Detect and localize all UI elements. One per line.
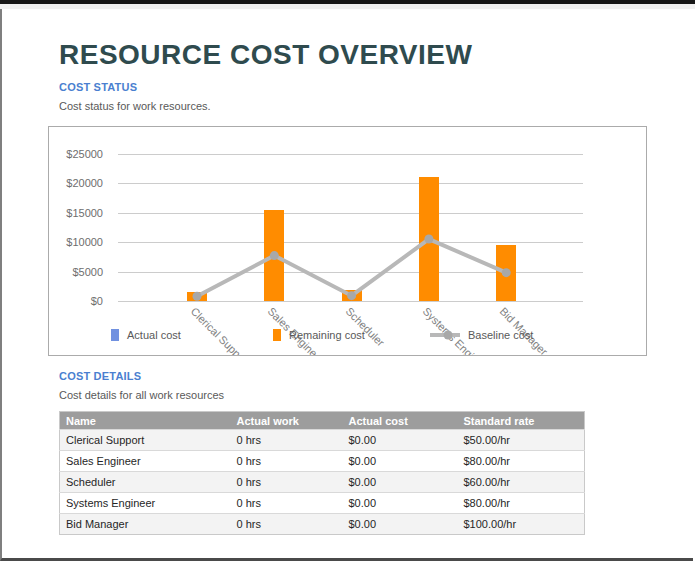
table-row: Systems Engineer0 hrs$0.00$80.00/hr <box>60 493 585 514</box>
column-header-actual-work: Actual work <box>231 412 343 430</box>
table-cell: 0 hrs <box>231 514 343 535</box>
table-cell: 0 hrs <box>231 493 343 514</box>
report-page: RESOURCE COST OVERVIEW COST STATUS Cost … <box>0 9 693 561</box>
gridline <box>118 154 583 155</box>
gridline <box>118 213 583 214</box>
table-row: Scheduler0 hrs$0.00$60.00/hr <box>60 472 585 493</box>
cost-status-chart: $0$5000$10000$15000$20000$25000 Clerical… <box>48 126 647 356</box>
table-cell: Clerical Support <box>60 430 231 451</box>
legend-label: Remaining cost <box>289 329 365 341</box>
table-cell: Scheduler <box>60 472 231 493</box>
y-tick-label: $0 <box>55 295 103 307</box>
cost-status-heading: COST STATUS <box>59 81 137 93</box>
y-tick-label: $10000 <box>55 236 103 248</box>
table-cell: $80.00/hr <box>458 493 585 514</box>
gridline <box>118 183 583 184</box>
bar-remaining-cost <box>264 210 284 301</box>
cost-status-description: Cost status for work resources. <box>59 100 211 112</box>
table-cell: $0.00 <box>343 430 458 451</box>
y-tick-label: $15000 <box>55 207 103 219</box>
bar-remaining-cost <box>419 177 439 301</box>
table-cell: $50.00/hr <box>458 430 585 451</box>
gridline <box>118 242 583 243</box>
table-header-row: NameActual workActual costStandard rate <box>60 412 585 430</box>
table-cell: 0 hrs <box>231 451 343 472</box>
column-header-name: Name <box>60 412 231 430</box>
table-cell: $0.00 <box>343 451 458 472</box>
legend-color-swatch <box>111 329 119 341</box>
legend-color-swatch <box>273 329 281 341</box>
table-row: Bid Manager0 hrs$0.00$100.00/hr <box>60 514 585 535</box>
baseline-cost-line <box>49 127 646 355</box>
table-cell: $0.00 <box>343 514 458 535</box>
column-header-actual-cost: Actual cost <box>343 412 458 430</box>
y-tick-label: $20000 <box>55 177 103 189</box>
table-cell: Sales Engineer <box>60 451 231 472</box>
table-cell: Systems Engineer <box>60 493 231 514</box>
cost-details-heading: COST DETAILS <box>59 370 141 382</box>
legend-line-swatch <box>430 329 460 341</box>
table-cell: $80.00/hr <box>458 451 585 472</box>
cost-details-table: NameActual workActual costStandard rate … <box>59 411 585 535</box>
legend-item-baseline-cost: Baseline cost <box>430 329 533 341</box>
gridline <box>118 301 583 302</box>
y-tick-label: $5000 <box>55 266 103 278</box>
legend-item-actual-cost: Actual cost <box>111 329 181 341</box>
table-cell: 0 hrs <box>231 430 343 451</box>
legend-label: Actual cost <box>127 329 181 341</box>
table-row: Sales Engineer0 hrs$0.00$80.00/hr <box>60 451 585 472</box>
page-title: RESOURCE COST OVERVIEW <box>59 39 472 71</box>
table-row: Clerical Support0 hrs$0.00$50.00/hr <box>60 430 585 451</box>
table-cell: $0.00 <box>343 493 458 514</box>
legend-item-remaining-cost: Remaining cost <box>273 329 365 341</box>
table-cell: 0 hrs <box>231 472 343 493</box>
bar-remaining-cost <box>187 292 207 301</box>
table-cell: $60.00/hr <box>458 472 585 493</box>
cost-details-description: Cost details for all work resources <box>59 389 224 401</box>
table-cell: $100.00/hr <box>458 514 585 535</box>
legend-label: Baseline cost <box>468 329 533 341</box>
x-axis-label: Scheduler <box>343 305 387 349</box>
table-cell: $0.00 <box>343 472 458 493</box>
bar-remaining-cost <box>342 290 362 301</box>
x-axis-label: Clerical Support <box>189 305 253 356</box>
column-header-standard-rate: Standard rate <box>458 412 585 430</box>
table-cell: Bid Manager <box>60 514 231 535</box>
bar-remaining-cost <box>496 245 516 301</box>
y-tick-label: $25000 <box>55 148 103 160</box>
